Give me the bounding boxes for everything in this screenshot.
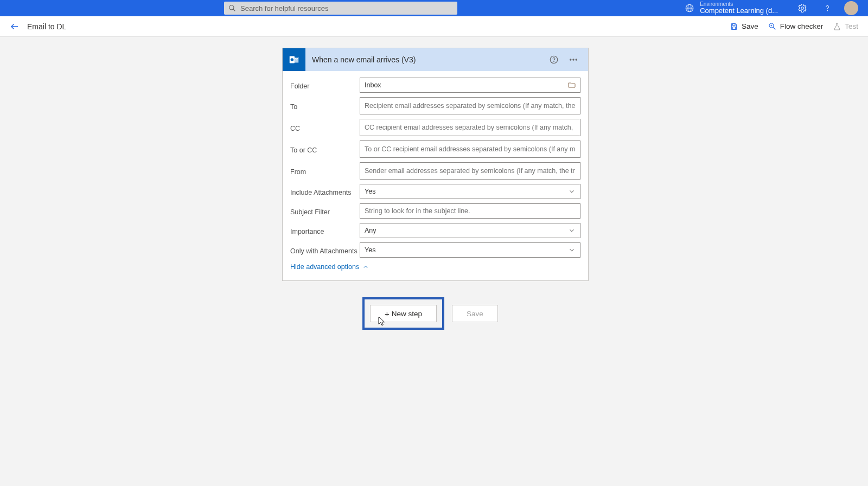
svg-point-13 [291,58,294,61]
trigger-card-header[interactable]: When a new email arrives (V3) [283,48,588,71]
svg-rect-9 [732,27,735,29]
highlight-frame: + New step [362,297,444,330]
chevron-down-icon [568,188,576,195]
trigger-card: When a new email arrives (V3) Folder To … [282,48,589,281]
subject-label: Subject Filter [290,206,360,216]
toolbar-test-button[interactable]: Test [833,22,858,31]
outlook-icon [283,48,305,71]
global-header: Search for helpful resources Environment… [0,0,868,16]
folder-picker-icon[interactable] [567,81,576,89]
cc-label: CC [290,123,360,132]
search-icon [228,4,236,12]
from-label: From [290,166,360,176]
flow-name: Email to DL [27,22,66,31]
svg-line-11 [773,27,775,29]
folder-input[interactable] [360,78,580,93]
environment-picker[interactable]: Environments Competent Learning (d... [700,1,778,15]
svg-point-0 [229,5,234,10]
svg-point-18 [576,59,577,60]
avatar[interactable] [844,1,858,15]
back-arrow-icon[interactable] [10,22,20,31]
cc-input[interactable] [360,119,580,136]
svg-point-6 [827,10,828,11]
toolbar-save-button[interactable]: Save [730,22,758,31]
search-placeholder: Search for helpful resources [240,4,329,12]
action-buttons: + New step Save [362,297,498,330]
environment-name: Competent Learning (d... [700,7,778,15]
svg-point-5 [801,7,804,10]
save-button[interactable]: Save [452,305,498,322]
trigger-title: When a new email arrives (V3) [312,55,416,64]
include-attachments-select[interactable]: Yes [360,184,580,199]
info-icon[interactable] [549,55,559,65]
svg-point-15 [554,61,554,62]
svg-point-17 [573,59,574,60]
chevron-up-icon [362,264,369,270]
new-step-button[interactable]: + New step [370,305,437,322]
svg-line-1 [233,9,235,11]
only-attachments-select[interactable]: Yes [360,242,580,258]
onlyatt-label: Only with Attachments [290,245,360,255]
advanced-options-toggle[interactable]: Hide advanced options [290,263,580,271]
svg-point-16 [570,59,571,60]
tocc-input[interactable] [360,140,580,158]
page-toolbar: Email to DL Save Flow checker Test [0,16,868,37]
toolbar-flowchecker-button[interactable]: Flow checker [768,22,824,31]
designer-canvas: When a new email arrives (V3) Folder To … [0,37,868,486]
trigger-body: Folder To CC To or CC From [283,71,588,280]
incatt-label: Include Attachments [290,187,360,196]
importance-label: Importance [290,226,360,235]
flowchecker-icon [768,22,777,31]
chevron-down-icon [568,246,576,254]
more-icon[interactable] [569,55,578,65]
tocc-label: To or CC [290,144,360,154]
help-icon[interactable] [822,3,832,13]
flask-icon [833,22,841,31]
subject-filter-input[interactable] [360,203,580,219]
importance-select[interactable]: Any [360,223,580,238]
environment-icon[interactable] [685,3,694,13]
svg-rect-8 [732,23,735,25]
to-input[interactable] [360,97,580,114]
gear-icon[interactable] [797,3,807,13]
chevron-down-icon [568,227,576,234]
search-input[interactable]: Search for helpful resources [224,2,457,15]
from-input[interactable] [360,162,580,180]
save-icon [730,22,738,31]
to-label: To [290,101,360,111]
folder-label: Folder [290,80,360,90]
